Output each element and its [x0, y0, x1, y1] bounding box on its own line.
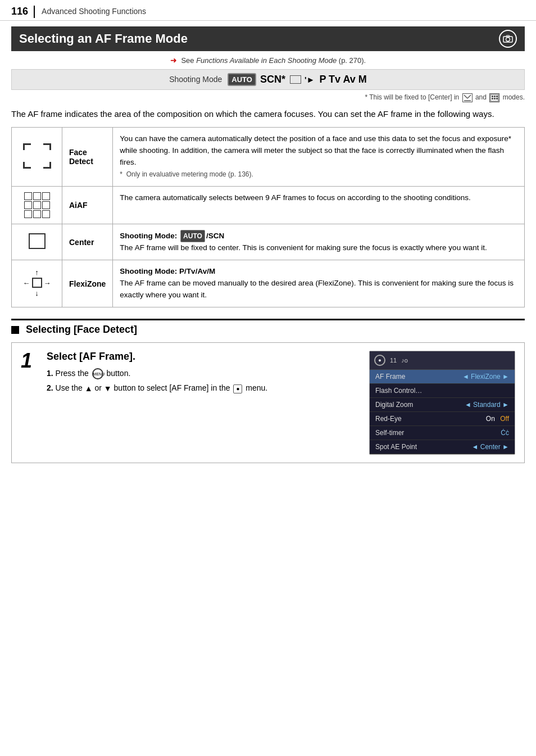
section-title-bar: Selecting an AF Frame Mode — [11, 26, 525, 51]
step-number: 1 — [21, 351, 38, 371]
bracket-tl — [23, 143, 31, 150]
bracket-br — [43, 162, 51, 169]
face-detect-label: FaceDetect — [62, 128, 113, 187]
see-reference: ➜ See Functions Available in Each Shooti… — [11, 56, 525, 65]
center-icon-cell — [12, 224, 62, 260]
svg-line-4 — [467, 95, 471, 98]
screenshot-info2: ♪o — [401, 357, 408, 364]
page-header: 116 Advanced Shooting Functions — [0, 0, 536, 21]
aiaf-icon-cell — [12, 186, 62, 224]
step-sub2: 2. Use the ▲ or ▼ button to select [AF F… — [47, 382, 360, 395]
footnote-icon2 — [489, 93, 499, 102]
step-instructions: 1. Press the MENU button. 2. Use the ▲ o… — [47, 367, 360, 395]
reference-arrow-icon: ➜ — [170, 56, 177, 65]
section-title-text: Selecting an AF Frame Mode — [19, 31, 188, 46]
page-number: 116 — [11, 6, 35, 18]
scn-mode-text: SCN* — [257, 74, 288, 85]
menu-row-value: On Off — [486, 415, 509, 423]
step-sub1: 1. Press the MENU button. — [47, 367, 360, 379]
menu-row-digital-zoom: Digital Zoom ◄ Standard ► — [370, 398, 515, 412]
menu-row-spot-ae: Spot AE Point ◄ Center ► — [370, 440, 515, 454]
svg-rect-12 — [496, 98, 498, 99]
aiaf-desc: The camera automatically selects between… — [113, 186, 525, 224]
footnote-icon1 — [462, 93, 473, 102]
center-desc-heading: Shooting Mode: AUTO/SCN — [120, 232, 224, 240]
footnote-and: and — [475, 93, 487, 101]
menu-row-self-timer: Self-timer Ċċ — [370, 426, 515, 440]
step-sub2-text: Use the — [56, 383, 83, 392]
screenshot-panel: ● 11 ♪o AF Frame ◄ FlexiZone ► F — [369, 351, 515, 455]
svg-rect-11 — [494, 98, 496, 99]
bracket-tr — [43, 143, 51, 150]
flexizone-icon: ↑ ↓ ← → — [23, 269, 51, 297]
arrow-down-inline-icon: ▼ — [104, 384, 112, 393]
menu-row-label: Spot AE Point — [375, 443, 417, 451]
steps-section: 1 Select [AF Frame]. 1. Press the MENU b… — [21, 351, 515, 455]
menu-row-af-frame: AF Frame ◄ FlexiZone ► — [370, 370, 515, 384]
reference-suffix: (p. 270). — [337, 56, 366, 65]
menu-row-label: Red-Eye — [375, 415, 402, 423]
screenshot-body: AF Frame ◄ FlexiZone ► Flash Control… Di… — [370, 370, 515, 454]
step-sub2-or: or — [94, 383, 103, 392]
shooting-mode-bar: Shooting Mode AUTO SCN* '► P Tv Av M — [11, 69, 525, 90]
auto-badge: AUTO — [228, 73, 256, 86]
arrow-down-icon: ↓ — [35, 289, 39, 297]
rect-icon-1 — [290, 75, 301, 84]
step-sub1-bold: 1. — [47, 369, 53, 378]
flexizone-icon-cell: ↑ ↓ ← → — [12, 260, 62, 307]
camera-icon — [499, 30, 517, 48]
svg-rect-7 — [492, 96, 493, 97]
face-detect-desc: You can have the camera automatically de… — [113, 128, 525, 187]
shooting-mode-footnote: * This will be fixed to [Center] in and … — [11, 93, 525, 102]
svg-rect-9 — [496, 96, 498, 97]
menu-row-label: Self-timer — [375, 429, 404, 437]
subsection-title: Selecting [Face Detect] — [11, 319, 525, 336]
svg-rect-8 — [494, 96, 496, 97]
flexizone-label: FlexiZone — [62, 260, 113, 307]
face-detect-icon-cell — [12, 128, 62, 187]
center-label: Center — [62, 224, 113, 260]
step-sub1-text: Press the — [56, 369, 89, 378]
menu-button-icon: MENU — [92, 368, 103, 379]
flexizone-box — [32, 278, 42, 288]
aiaf-label: AiAF — [62, 186, 113, 224]
footnote-modes: modes. — [503, 93, 525, 101]
table-row: AiAF The camera automatically selects be… — [12, 186, 525, 224]
bracket-bl — [23, 162, 31, 169]
step-title: Select [AF Frame]. — [47, 351, 360, 363]
menu-row-value: ◄ FlexiZone ► — [462, 373, 509, 381]
face-detect-note: * Only in evaluative metering mode (p. 1… — [120, 170, 253, 178]
arrow-up-inline-icon: ▲ — [85, 384, 93, 393]
reference-link: Functions Available in Each Shooting Mod… — [196, 56, 337, 65]
shooting-mode-label: Shooting Mode — [169, 75, 222, 84]
menu-row-value: Ċċ — [501, 429, 509, 437]
menu-row-label: Flash Control… — [375, 387, 422, 395]
main-content: Selecting an AF Frame Mode ➜ See Functio… — [0, 21, 536, 474]
menu-row-value: ◄ Center ► — [472, 443, 509, 451]
flexizone-desc-heading: Shooting Mode: P/Tv/Av/M — [120, 267, 215, 275]
page-title-header: Advanced Shooting Functions — [42, 6, 146, 16]
menu-row-red-eye: Red-Eye On Off — [370, 412, 515, 426]
arrow-left-icon: ← — [23, 279, 30, 287]
screenshot-info1: 11 — [390, 357, 397, 364]
svg-rect-10 — [492, 98, 493, 99]
intro-paragraph: The AF frame indicates the area of the c… — [11, 108, 525, 121]
step-sub1-suffix: button. — [107, 369, 131, 378]
footnote-text: * This will be fixed to [Center] in — [365, 93, 461, 101]
screenshot-header: ● 11 ♪o — [370, 351, 515, 370]
page-container: 116 Advanced Shooting Functions Selectin… — [0, 0, 536, 756]
step-sub2-bold: 2. — [47, 383, 53, 392]
step-sub2-end: menu. — [246, 383, 267, 392]
p-tv-av-m-text: P Tv Av M — [316, 74, 366, 85]
menu-row-label: Digital Zoom — [375, 401, 413, 409]
svg-line-3 — [464, 95, 467, 98]
center-desc: Shooting Mode: AUTO/SCN The AF frame wil… — [113, 224, 525, 260]
table-row: FaceDetect You can have the camera autom… — [12, 128, 525, 187]
off-text: Off — [500, 415, 509, 423]
table-row: Center Shooting Mode: AUTO/SCN The AF fr… — [12, 224, 525, 260]
svg-point-1 — [506, 37, 510, 41]
step1-container: 1 Select [AF Frame]. 1. Press the MENU b… — [11, 342, 525, 463]
arrow-up-icon: ↑ — [35, 269, 39, 276]
menu-row-value: ◄ Standard ► — [465, 401, 509, 409]
menu-row-flash-control: Flash Control… — [370, 384, 515, 398]
